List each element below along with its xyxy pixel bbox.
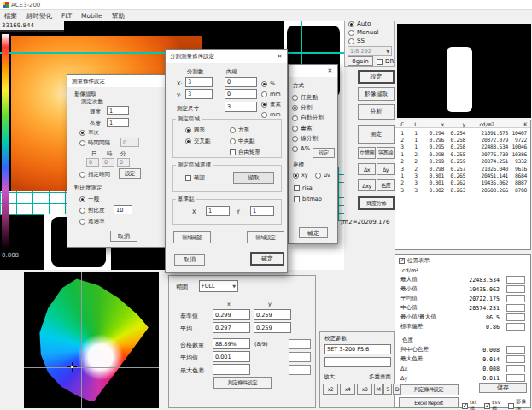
- radio-ss[interactable]: SS: [348, 38, 365, 44]
- contour-button[interactable]: 等高線: [377, 147, 395, 159]
- settings-button[interactable]: 設定: [358, 70, 395, 84]
- solid-graph-button[interactable]: 立體圖: [358, 147, 376, 159]
- bitmap-checkbox[interactable]: bitmap: [294, 196, 322, 202]
- menu-item-flt[interactable]: FLT: [61, 12, 72, 20]
- multi-s-button[interactable]: S: [383, 384, 392, 395]
- table-row[interactable]: 220.2990.25920374.2519332: [395, 158, 530, 165]
- radio-cross-point[interactable]: 交叉點: [185, 138, 211, 145]
- x-division-field[interactable]: 3: [185, 77, 213, 87]
- free-rect-checkbox[interactable]: 自由矩形: [230, 149, 260, 156]
- table-row[interactable]: 320.2980.25721026.0409616: [395, 165, 530, 172]
- delta-set-button[interactable]: 設定: [313, 148, 335, 158]
- radio-single[interactable]: 單次: [79, 129, 99, 137]
- mode-radio-item[interactable]: 畫素: [292, 123, 324, 133]
- chromaticity-button[interactable]: 色度: [377, 179, 395, 191]
- menu-item-trend[interactable]: 經時變化: [26, 12, 52, 20]
- table-row[interactable]: 310.2950.25822483.53410046: [395, 144, 530, 150]
- region-confirm-button[interactable]: 區域確認: [173, 231, 211, 243]
- average-x-field[interactable]: 0.297: [213, 322, 250, 333]
- camera-thumbnail-image[interactable]: [397, 24, 531, 118]
- judge-condition-button[interactable]: 判定條件設定: [213, 377, 272, 389]
- multi-m-button[interactable]: M: [374, 384, 383, 395]
- mode-radio-item[interactable]: 任意點: [292, 92, 324, 102]
- y-division-field[interactable]: 3: [185, 89, 213, 99]
- dialog-title[interactable]: ✕: [289, 65, 337, 77]
- calibration-set-field[interactable]: SET 3-200 FS.6: [324, 344, 391, 354]
- zoom-x8-button[interactable]: x8: [357, 384, 372, 395]
- delta-xy-button[interactable]: Δxy: [358, 179, 376, 191]
- chroma-count-field[interactable]: 1: [107, 118, 129, 127]
- region-set-button[interactable]: 區域設定: [247, 231, 284, 243]
- ok-button[interactable]: 確定: [250, 252, 284, 266]
- time-set-button[interactable]: 設定: [119, 168, 141, 179]
- table-row[interactable]: 110.2940.25421091.67510407: [395, 129, 530, 136]
- mode-radio-item[interactable]: 線分割: [292, 133, 324, 144]
- radio-auto[interactable]: Auto: [348, 20, 371, 27]
- range-select[interactable]: FULL▼: [199, 280, 238, 292]
- confirm-checkbox[interactable]: 確認: [185, 174, 205, 182]
- radio-square[interactable]: 方形: [230, 126, 249, 134]
- radio-xy[interactable]: xy: [293, 172, 308, 179]
- luminance-distribution-button[interactable]: 輝度分佈: [358, 196, 395, 210]
- radio-mm[interactable]: mm: [261, 91, 281, 97]
- excel-report-button[interactable]: Excel Report: [399, 397, 459, 408]
- y-inset-field[interactable]: 0: [225, 89, 257, 99]
- multi-d-button[interactable]: D: [393, 384, 401, 395]
- reference-y-field[interactable]: 0.259: [254, 309, 291, 320]
- dialog-title[interactable]: 測量條件設定: [67, 75, 168, 87]
- menu-item-file[interactable]: 檔案: [4, 12, 17, 20]
- zoom-x2-button[interactable]: x2: [323, 384, 338, 395]
- menu-item-mobile[interactable]: Mobile: [81, 12, 102, 20]
- radio-transmittance[interactable]: 透過率: [79, 218, 105, 226]
- delta-x-button[interactable]: Δx: [358, 163, 376, 175]
- table-row[interactable]: 130.3010.26520451.1418684: [395, 172, 530, 179]
- radio-mm2[interactable]: mm: [261, 111, 281, 118]
- dialog-title[interactable]: 分割測量條件設定✕: [166, 50, 287, 63]
- radio-center-point[interactable]: 中央點: [230, 138, 255, 145]
- save-button[interactable]: 儲存: [479, 383, 527, 393]
- radio-contrast[interactable]: 對比度: [79, 207, 105, 214]
- base-x-field[interactable]: 1: [206, 206, 230, 216]
- close-icon[interactable]: ✕: [324, 66, 336, 76]
- judge-condition-button[interactable]: 判定條件設定: [399, 384, 459, 395]
- ok-button[interactable]: 確定: [299, 227, 328, 238]
- table-row[interactable]: 230.3010.26219435.0628887: [395, 179, 530, 186]
- radio-pixel[interactable]: 畫素: [261, 101, 281, 108]
- dr-checkbox[interactable]: DR: [377, 58, 394, 65]
- luminance-count-field[interactable]: 1: [107, 106, 129, 115]
- zero-gain-button[interactable]: 0gain: [348, 56, 373, 66]
- average-y-field[interactable]: 0.259: [254, 322, 291, 333]
- calibration-extra-field[interactable]: [324, 357, 391, 367]
- mode-radio-item[interactable]: 分割: [292, 102, 324, 113]
- mode-radio-item[interactable]: 自動分割: [292, 113, 324, 123]
- cancel-button[interactable]: 取消: [110, 231, 137, 242]
- measure-button[interactable]: 測定: [358, 125, 395, 144]
- radio-interval[interactable]: 時間間隔: [79, 139, 110, 147]
- x-inset-field[interactable]: 0: [225, 77, 257, 87]
- analyze-button[interactable]: 分析: [358, 104, 395, 120]
- cie-chromaticity-diagram[interactable]: [24, 272, 159, 408]
- radio-uv[interactable]: uv: [315, 172, 330, 179]
- table-row[interactable]: 210.2960.25820372.0799722: [395, 136, 530, 143]
- position-display-checkbox[interactable]: 位置表示: [399, 257, 430, 265]
- table-row[interactable]: 120.2980.25520776.73010386: [395, 150, 530, 157]
- radio-percent[interactable]: %: [261, 80, 275, 87]
- reference-x-field[interactable]: 0.299: [213, 309, 250, 320]
- radio-general[interactable]: 一般: [79, 196, 99, 203]
- capture-region-button[interactable]: 擷取: [233, 172, 274, 184]
- table-row[interactable]: 330.3020.26320508.2668700: [395, 186, 530, 193]
- cancel-button[interactable]: 取消: [174, 254, 205, 266]
- csv-checkbox[interactable]: csv檔: [484, 399, 505, 410]
- image-file-checkbox[interactable]: 影像檔: [508, 398, 530, 410]
- radio-specified-time[interactable]: 指定時間: [79, 171, 110, 179]
- delta-y-button[interactable]: Δy: [377, 163, 395, 175]
- txt-checkbox[interactable]: txt檔: [462, 399, 481, 410]
- radio-manual[interactable]: Manual: [348, 29, 378, 36]
- base-y-field[interactable]: 1: [250, 206, 274, 216]
- risa-checkbox[interactable]: risa: [294, 184, 313, 191]
- size-field[interactable]: 3: [225, 102, 257, 112]
- contrast-value-field[interactable]: 10: [114, 205, 132, 214]
- zoom-x4-button[interactable]: x4: [340, 384, 355, 395]
- close-icon[interactable]: ✕: [274, 51, 285, 62]
- radio-circle[interactable]: 圓形: [185, 126, 205, 134]
